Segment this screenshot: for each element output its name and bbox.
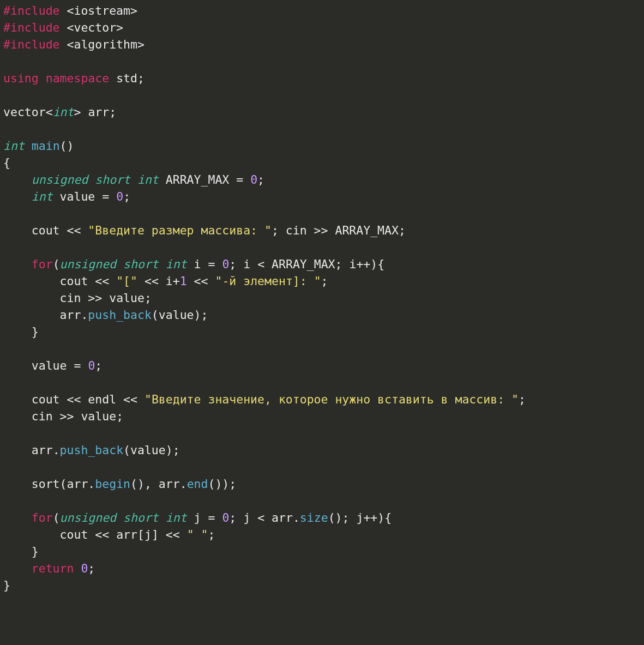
ident: value [81,409,116,423]
ident: ARRAY_MAX [272,257,335,271]
keyword-return: return [32,562,74,575]
number: 0 [88,359,95,372]
type-short: short [123,511,159,525]
fn-end: end [187,477,208,491]
keyword-using: using [3,71,39,85]
type-int: int [53,105,74,119]
ident-cout: cout [60,528,88,541]
type-short: short [123,257,159,271]
ident: j [145,528,152,541]
string: "Введите размер массива: " [88,224,272,237]
type-int: int [137,173,159,186]
ident: value [159,308,194,322]
string: "Введите значение, которое нужно вставит… [145,393,519,406]
type-int: int [32,190,53,203]
keyword-namespace: namespace [46,71,110,85]
ident-cout: cout [60,274,88,288]
header: <iostream> [67,4,137,17]
type-int: int [166,511,187,525]
type-short: short [95,173,130,186]
number: 0 [222,511,229,525]
code-block: #include <iostream> #include <vector> #i… [0,0,644,596]
number: 0 [116,190,123,203]
ident: ARRAY_MAX [335,224,399,237]
ident: value [32,359,67,372]
keyword-for: for [32,257,53,271]
number: 0 [222,257,229,271]
preproc: #include [3,21,60,34]
ident: value [109,291,145,305]
ident: ARRAY_MAX [166,173,230,186]
header: <algorithm> [67,38,145,51]
string: "-й элемент]: " [215,274,321,288]
fn-push-back: push_back [88,308,152,322]
string: " " [187,528,208,541]
type-int: int [166,257,187,271]
type-unsigned: unsigned [60,511,117,525]
ident: std [116,71,137,85]
fn-main: main [32,139,60,153]
type-unsigned: unsigned [32,173,88,186]
ident: j [194,511,201,525]
ident-cin: cin [286,224,307,237]
number: 0 [81,562,88,575]
type-unsigned: unsigned [60,257,117,271]
ident-arr: arr [88,105,109,119]
string: "[" [116,274,137,288]
ident-arr: arr [67,477,88,491]
ident-cin: cin [60,291,81,305]
fn-begin: begin [95,477,130,491]
fn-push-back: push_back [60,443,124,457]
ident-cout: cout [32,224,60,237]
ident-arr: arr [32,443,53,457]
ident-arr: arr [60,308,81,322]
ident-arr: arr [159,477,180,491]
preproc: #include [3,38,60,51]
fn-sort: sort [32,477,60,491]
ident-endl: endl [88,393,116,406]
ident: value [60,190,95,203]
ident-arr: arr [116,528,137,541]
preproc: #include [3,4,60,17]
ident-cout: cout [32,393,60,406]
ident: i [194,257,201,271]
number: 0 [250,173,257,186]
number: 1 [180,274,187,288]
type-int: int [3,139,25,153]
keyword-for: for [32,511,53,525]
type-vector: vector [3,105,46,119]
header: <vector> [67,21,124,34]
ident: value [130,443,166,457]
ident: i [166,274,173,288]
ident-arr: arr [272,511,293,525]
ident-cin: cin [32,409,53,423]
fn-size: size [300,511,328,525]
